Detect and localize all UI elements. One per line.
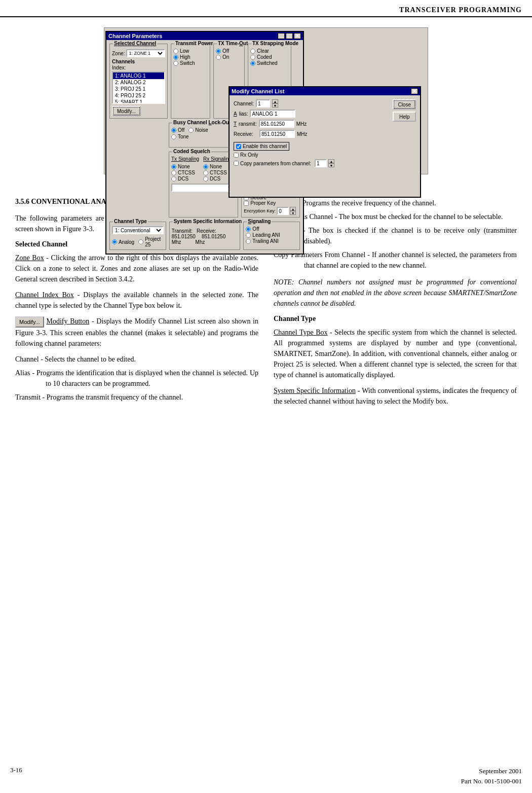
minimize-button[interactable]: _ <box>278 33 285 39</box>
modify-button-para: Modify... Modify Button - Displays the M… <box>15 316 258 349</box>
transmit-power-radios: Low High Switch <box>173 48 208 66</box>
list-item[interactable]: 2: ANALOG 2 <box>113 79 164 86</box>
squelch-select[interactable] <box>171 184 236 192</box>
tx-rx-info: Transmit: Receive: 851.01250 851.01250 M… <box>172 228 238 245</box>
tx-sig-radios: None CTCSS DCS <box>171 164 199 182</box>
close-button[interactable]: ✕ <box>294 33 301 39</box>
rx-none-radio[interactable]: None <box>203 164 232 169</box>
signaling-radios: Off Leading ANI Trailing ANI <box>246 226 297 244</box>
ch-spin-down[interactable]: ▼ <box>272 103 278 107</box>
strapping-coded-radio[interactable]: Coded <box>250 54 289 60</box>
transmit-item: Transmit - Programs the transmit frequen… <box>15 392 258 403</box>
maximize-button[interactable]: □ <box>286 33 293 39</box>
rx-sig-radios: None CTCSS DCS <box>203 164 232 182</box>
transmit-power-label: Transmit Power <box>174 41 214 46</box>
list-item[interactable]: 4: PROJ 25 2 <box>113 92 164 99</box>
channel-listbox[interactable]: 1: ANALOG 1 2: ANALOG 2 3: PROJ 25 1 4: … <box>112 71 165 104</box>
help-dialog-button[interactable]: Help <box>393 112 416 122</box>
encryption-key-spinner: ▲ ▼ <box>277 207 296 215</box>
spinner-up[interactable]: ▲ <box>290 207 296 211</box>
copy-channel-input[interactable] <box>315 159 327 167</box>
selected-channel-group: Selected Channel Zone: 1: ZONE 1 Channel… <box>109 44 168 119</box>
channel-num-input[interactable] <box>256 99 270 107</box>
transmit-freq-label: Transmit: <box>172 228 193 234</box>
footer-part-number: Part No. 001-5100-001 <box>461 776 522 786</box>
strapping-switched-radio[interactable]: Switched <box>250 60 289 66</box>
rx-signaling-group: Rx Signaling None CTCSS DCS <box>203 156 232 182</box>
modify-left: Channel: ▲ ▼ Alias: <box>234 99 386 169</box>
busy-lockout-group: Busy Channel Lock-Out Off Noise <box>169 123 238 148</box>
lockout-noise-radio[interactable]: Noise <box>188 127 208 133</box>
timeout-off-radio[interactable]: Off <box>216 48 242 54</box>
list-item[interactable]: 3: PROJ 25 1 <box>113 86 164 92</box>
proper-key-check[interactable]: Proper Key <box>244 200 297 206</box>
channel-item: Channel - Selects the channel to be edit… <box>15 354 258 365</box>
signaling-label: Signaling <box>247 219 272 224</box>
power-switch-radio[interactable]: Switch <box>173 60 208 66</box>
channel-type-group: Channel Type 1: Conventional Analog Proj… <box>109 222 166 250</box>
footer-right: September 2001 Part No. 001-5100-001 <box>461 766 522 786</box>
rx-dcs-radio[interactable]: DCS <box>203 176 232 182</box>
squelch-inner: Tx Signaling None CTCSS DCS Rx <box>171 156 236 182</box>
power-high-radio[interactable]: High <box>173 54 208 60</box>
rx-only-item: Rx Only - The box is checked if the chan… <box>274 225 517 246</box>
encryption-key-input[interactable] <box>277 207 289 215</box>
sig-trailing-radio[interactable]: Trailing ANI <box>246 238 297 244</box>
mod-close-btn[interactable]: ✕ <box>411 88 418 94</box>
index-label: Index: <box>112 65 165 70</box>
ch-spin-up[interactable]: ▲ <box>272 99 278 103</box>
screenshot-container: Channel Parameters _ □ ✕ Selected Chan <box>10 27 522 174</box>
modify-button[interactable]: Modify... <box>112 106 141 116</box>
enable-channel-check[interactable]: Enable this channel <box>234 142 289 151</box>
receive-freq-row: Receive: MHz <box>234 130 386 138</box>
rx-only-check[interactable]: Rx Only <box>234 152 386 158</box>
transmit-ul: T <box>234 121 237 127</box>
power-low-radio[interactable]: Low <box>173 48 208 54</box>
system-specific-group: System Specific Information Transmit: Re… <box>169 222 241 250</box>
copy-spin-up[interactable]: ▲ <box>328 159 334 163</box>
tx-signaling-group: Tx Signaling None CTCSS DCS <box>171 156 199 182</box>
zone-select[interactable]: 1: ZONE 1 <box>126 49 165 57</box>
sig-leading-radio[interactable]: Leading ANI <box>246 232 297 238</box>
transmit-freq-input[interactable] <box>259 120 294 128</box>
modify-channel-title: Modify Channel List <box>232 88 285 94</box>
copy-params-check[interactable]: Copy parameters from channel: ▲ ▼ <box>234 159 386 167</box>
list-item[interactable]: 5: SMART 1 <box>113 99 164 104</box>
encryption-key-label: Encryption Key: <box>244 208 276 213</box>
tx-none-radio[interactable]: None <box>171 164 199 169</box>
modify-buttons: Close Help <box>389 99 416 169</box>
tx-dcs-radio[interactable]: DCS <box>171 176 199 182</box>
channel-spinner: ▲ ▼ <box>272 99 278 107</box>
copy-spin-down[interactable]: ▼ <box>328 163 334 167</box>
footer-date: September 2001 <box>461 766 522 776</box>
rx-sig-label: Rx Signaling <box>203 156 232 162</box>
lockout-tone-radio[interactable]: Tone <box>171 134 236 139</box>
alias-label-rest: lias: <box>239 111 248 117</box>
analog-radio[interactable]: Analog <box>112 236 134 247</box>
project25-radio[interactable]: Project 25 <box>138 236 164 247</box>
rx-ctcss-radio[interactable]: CTCSS <box>203 170 232 175</box>
header-title: TRANSCEIVER PROGRAMMING <box>399 6 522 14</box>
tx-ctcss-radio[interactable]: CTCSS <box>171 170 199 175</box>
modify-channel-body: Channel: ▲ ▼ Alias: <box>230 95 420 173</box>
enable-channel-label: Enable this channel <box>243 143 287 149</box>
modify-content: Channel: ▲ ▼ Alias: <box>232 97 418 171</box>
copy-item: Copy Parameters From Channel - If anothe… <box>274 249 517 271</box>
zone-label: Zone: <box>112 51 125 56</box>
receive-freq-input[interactable] <box>259 130 295 138</box>
copy-spinner: ▲ ▼ <box>328 159 334 167</box>
signaling-group: Signaling Off Leading ANI Trailing ANI <box>243 222 300 250</box>
alias-input[interactable] <box>250 110 295 118</box>
list-item[interactable]: 1: ANALOG 1 <box>113 73 164 79</box>
spinner-down[interactable]: ▼ <box>290 211 296 215</box>
tx-rx-values: 851.01250 851.01250 <box>172 234 238 239</box>
titlebar-buttons: _ □ ✕ <box>278 33 301 39</box>
channel-type-select[interactable]: 1: Conventional <box>112 226 164 234</box>
squelch-dropdown <box>171 184 236 192</box>
timeout-on-radio[interactable]: On <box>216 54 242 60</box>
busy-lockout-row: Off Noise <box>171 127 236 133</box>
lockout-off-radio[interactable]: Off <box>171 127 184 133</box>
close-dialog-button[interactable]: Close <box>393 99 416 110</box>
strapping-clear-radio[interactable]: Clear <box>250 48 289 54</box>
sig-off-radio[interactable]: Off <box>246 226 297 232</box>
